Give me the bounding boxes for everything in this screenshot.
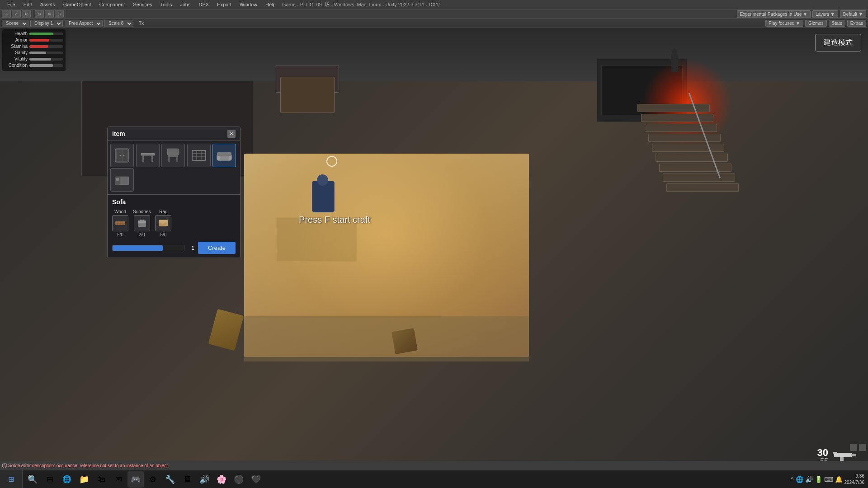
stair-step (645, 124, 717, 132)
stair-step (648, 134, 721, 142)
experimental-label: Experimental Packages In Use ▼ (737, 10, 811, 18)
health-bar-fill (29, 33, 53, 35)
windows-taskbar: ⊞ 🔍 ⊟ 🌐 📁 🛍 ✉ 🎮 ⚙ 🔧 🖥 🔊 🌸 ⚫ 🖤 ^ 🌐 🔊 🔋 ⌨ … (0, 470, 868, 488)
svg-rect-22 (217, 152, 231, 156)
vitality-bar-fill (29, 58, 51, 61)
taskbar-edge[interactable]: 🌐 (59, 471, 75, 488)
svg-rect-3 (833, 452, 837, 454)
bottom-floor (244, 316, 529, 361)
material-sundries: Sundries 2/0 (133, 209, 151, 237)
toolbar-btn-4[interactable]: ⊕ (35, 10, 44, 18)
menu-tools[interactable]: Tools (157, 1, 176, 8)
display-select[interactable]: Display 1 (30, 20, 63, 27)
item-slot-3[interactable] (161, 144, 185, 167)
stair-step (666, 183, 739, 192)
scene-select[interactable]: Scene (2, 20, 28, 27)
item-slot-5-sofa[interactable] (212, 144, 236, 167)
stamina-row: Stamina (5, 44, 63, 49)
taskbar-unity[interactable]: 🎮 (127, 471, 144, 488)
item-slot-2[interactable] (136, 144, 160, 167)
material-rag-label: Rag (159, 209, 167, 214)
toolbar-btn-6[interactable]: ⊙ (55, 10, 64, 18)
material-wood: Wood 5/0 (112, 209, 128, 237)
create-button[interactable]: Create (198, 242, 236, 254)
svg-rect-11 (151, 155, 153, 162)
stamina-bar-fill (29, 45, 48, 48)
extras-btn[interactable]: Extras (847, 20, 866, 27)
taskbar-store[interactable]: 🛍 (93, 471, 109, 488)
floor-object-2 (392, 328, 418, 354)
menu-edit[interactable]: Edit (20, 1, 36, 8)
toolbar-btn-1[interactable]: ⊹ (2, 10, 11, 18)
stair-step (656, 154, 728, 162)
tray-icon-volume[interactable]: 🔊 (805, 476, 813, 483)
menu-gameobject[interactable]: GameObject (60, 1, 95, 8)
condition-label: Condition (5, 63, 28, 68)
taskbar-search[interactable]: 🔍 (24, 471, 41, 488)
menu-assets[interactable]: Assets (37, 1, 59, 8)
taskbar-icon-14[interactable]: 🖤 (248, 471, 264, 488)
taskbar-icon-11[interactable]: 🔊 (196, 471, 212, 488)
toolbar-sep-2 (66, 10, 66, 18)
unity-bottom-left: ⬡ 2024/7/36 (2, 462, 29, 469)
tray-icon-battery[interactable]: 🔋 (815, 476, 822, 483)
stamina-bar-bg (29, 45, 63, 48)
taskbar-icon-10[interactable]: 🖥 (179, 471, 195, 488)
svg-rect-14 (168, 157, 170, 162)
item-panel-close-button[interactable]: × (227, 130, 236, 138)
menu-services[interactable]: Services (129, 1, 156, 8)
wall-top (0, 27, 868, 81)
tray-icon-1[interactable]: ^ (791, 476, 794, 483)
material-wood-count: 5/0 (117, 232, 123, 237)
play-focused-select[interactable]: Play focused ▼ (765, 20, 803, 27)
taskbar-icon-8[interactable]: ⚙ (145, 471, 161, 488)
health-bar-bg (29, 33, 63, 35)
bottom-btn-2[interactable] (859, 444, 866, 451)
default-label: Default ▼ (840, 10, 866, 18)
sys-tray: ^ 🌐 🔊 🔋 ⌨ 🔔 (791, 476, 843, 483)
quantity-bar-bg[interactable] (112, 245, 184, 251)
gizmos-btn[interactable]: Gizmos (805, 20, 827, 27)
item-slot-6-bed[interactable] (110, 168, 134, 192)
bottom-btn-1[interactable] (850, 444, 857, 451)
taskbar-icon-12[interactable]: 🌸 (213, 471, 230, 488)
health-row: Health (5, 31, 63, 36)
taskbar-icon-13[interactable]: ⚫ (231, 471, 247, 488)
stats-btn[interactable]: Stats (829, 20, 845, 27)
item-slot-4[interactable] (187, 144, 211, 167)
toolbar-btn-5[interactable]: ⊗ (45, 10, 54, 18)
sanity-bar-fill (29, 52, 46, 54)
aspect-select[interactable]: Free Aspect (65, 20, 103, 27)
svg-rect-23 (217, 156, 220, 160)
menu-file[interactable]: File (4, 1, 19, 8)
menu-component[interactable]: Component (95, 1, 128, 8)
craft-title: Sofa (112, 198, 236, 206)
item-grid (108, 141, 240, 194)
taskbar-mail[interactable]: ✉ (110, 471, 127, 488)
start-button[interactable]: ⊞ (0, 470, 23, 488)
toolbar-btn-2[interactable]: ⤢ (12, 10, 21, 18)
armor-bar-fill (29, 39, 49, 42)
unity-status-bar: ⚠ Some error description: occurance: ref… (0, 461, 868, 470)
unity-toolbar: ⊹ ⤢ ↻ ⊕ ⊗ ⊙ ▶ ⏸ ⏭ Experimental Packages … (0, 9, 868, 19)
scale-select[interactable]: Scale 8 (104, 20, 133, 27)
item-panel: Item × (107, 127, 241, 258)
taskbar-taskview[interactable]: ⊟ (42, 471, 58, 488)
condition-bar-fill (29, 64, 53, 67)
item-slot-1[interactable] (110, 144, 134, 167)
stair-step (663, 174, 735, 182)
status-message: Some error description: occurance: refer… (8, 463, 168, 468)
tray-icon-network[interactable]: 🌐 (796, 476, 803, 483)
build-mode-button[interactable]: 建造模式 (815, 34, 861, 52)
taskbar-explorer[interactable]: 📁 (76, 471, 92, 488)
taskbar-clock[interactable]: 9:36 2024/7/36 (844, 473, 865, 486)
vitality-label: Vitality (5, 56, 28, 61)
toolbar-btn-3[interactable]: ↻ (22, 10, 31, 18)
vitality-bar-bg (29, 58, 63, 61)
tray-icon-keyboard[interactable]: ⌨ (824, 476, 833, 483)
craft-section: Sofa Wood 5/0 (108, 194, 240, 258)
unity-bottom-right (850, 444, 866, 451)
tray-notification-bell[interactable]: 🔔 (835, 476, 843, 483)
taskbar-icon-9[interactable]: 🔧 (162, 471, 178, 488)
svg-point-7 (120, 155, 121, 156)
